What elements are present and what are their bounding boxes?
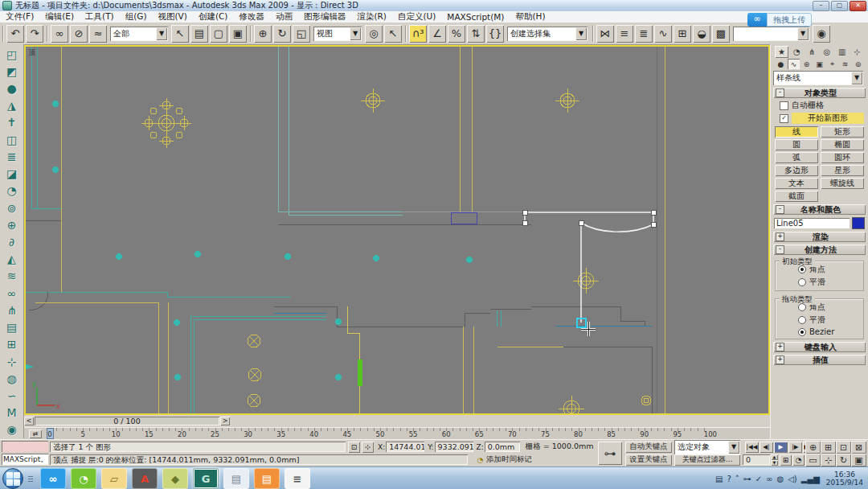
maximize-viewport-icon[interactable]: ▣ [851, 454, 866, 466]
collapse-icon[interactable]: - [776, 88, 784, 97]
cone-icon[interactable]: ◮ [2, 98, 22, 113]
initial-type-radio[interactable]: 平滑 [798, 277, 863, 288]
elbow-icon[interactable]: ◔ [2, 183, 22, 199]
security-check-icon[interactable]: ✓ [755, 475, 762, 483]
align-icon[interactable]: ≡ [616, 25, 633, 43]
menu-item[interactable]: 组(G) [120, 11, 153, 23]
rectangular-selection-icon[interactable]: ▢ [210, 25, 227, 43]
frame-spinner[interactable]: ▲▼ [771, 454, 778, 466]
notebook-app[interactable]: ▤ [254, 468, 280, 489]
file-explorer-app[interactable]: ▱ [101, 468, 127, 489]
object-type-button[interactable]: 线 [775, 126, 818, 138]
toggle-set-key-button[interactable]: ⊶ [598, 442, 622, 465]
subtab-spacewarps[interactable]: ≋ [839, 59, 851, 69]
menu-item[interactable]: 帮助(H) [510, 11, 551, 23]
360-browser-app[interactable]: ◔ [71, 468, 96, 489]
absolute-offset-toggle-icon[interactable]: ⊹ [362, 442, 374, 453]
taskbar-clock[interactable]: 16:36 2015/9/14 [826, 471, 863, 487]
maxscript-shirt-icon[interactable]: M [2, 405, 22, 421]
trackbar-mode-icon[interactable]: ⇄ [29, 429, 42, 438]
top-viewport[interactable]: 顶 [24, 45, 770, 415]
tab-utilities[interactable]: ⊹ [850, 46, 864, 58]
select-and-scale-icon[interactable]: ◱ [293, 25, 310, 43]
zoom-extents-all-icon[interactable]: ⊠ [851, 441, 866, 454]
collapse-icon[interactable]: - [776, 205, 784, 214]
chevron-down-icon[interactable]: ▼ [575, 27, 587, 40]
next-frame-button[interactable]: |▶ [788, 442, 802, 453]
time-slider-next[interactable]: > [220, 417, 230, 425]
collapse-icon[interactable]: - [776, 245, 784, 254]
select-and-manipulate-icon[interactable]: ↖ [384, 25, 402, 43]
tab-hierarchy[interactable]: ⋔ [805, 46, 819, 58]
knot-icon[interactable]: ∞ [2, 286, 22, 301]
baidu-cloud-icon[interactable]: ∞ [747, 13, 767, 27]
z-coordinate-field[interactable]: 0.0mm [485, 442, 520, 452]
book-icon[interactable]: ▤ [2, 320, 22, 335]
help-bubble-icon[interactable]: ? [727, 475, 731, 483]
chevron-down-icon[interactable]: ▼ [851, 72, 862, 84]
quick-render-icon[interactable]: ◉ [813, 25, 830, 43]
pivot-icon[interactable]: ⊕ [2, 217, 22, 232]
chevron-down-icon[interactable]: ▼ [728, 441, 739, 454]
percent-snap-icon[interactable]: % [448, 25, 465, 43]
subtab-systems[interactable]: ⊚ [852, 59, 864, 69]
notepad-app[interactable]: ▤ [223, 468, 249, 489]
subtab-lights[interactable]: ⊛ [800, 59, 813, 69]
capsule-icon[interactable]: ◪ [2, 166, 22, 182]
wheel-icon[interactable]: ◍ [2, 371, 22, 386]
snaps-toggle-icon[interactable]: ∩³ [409, 25, 427, 43]
waves-icon[interactable]: ≋ [2, 269, 22, 284]
object-type-button[interactable]: 星形 [821, 165, 864, 176]
menu-item[interactable]: 编辑(E) [39, 11, 80, 23]
autocad-app[interactable]: A [132, 468, 158, 489]
key-tray-icon[interactable]: ⊶ [743, 475, 751, 483]
menu-item[interactable]: 自定义(U) [392, 11, 441, 23]
object-type-button[interactable]: 弧 [775, 152, 818, 163]
window-crossing-icon[interactable]: ▣ [229, 25, 247, 43]
menu-item[interactable]: 创建(C) [193, 11, 234, 23]
tab-modify[interactable]: ◔ [790, 46, 804, 58]
selection-filter-dropdown[interactable]: 全部▼ [110, 27, 168, 41]
y-coordinate-field[interactable]: 9332.091m [435, 442, 473, 452]
reference-coordsys-dropdown[interactable]: 视图▼ [313, 27, 362, 41]
auto-key-button[interactable]: 自动关键点 [625, 442, 672, 453]
drag-type-radio[interactable]: 平滑 [798, 314, 863, 326]
sketchup-app[interactable]: ◆ [162, 468, 188, 489]
add-time-tag[interactable]: 添加时间标记 [486, 454, 532, 465]
current-frame-field[interactable]: 0 [743, 454, 770, 465]
subtab-cameras[interactable]: ▣ [813, 59, 825, 69]
shoe-icon[interactable]: ∽ [2, 388, 22, 403]
set-key-button[interactable]: 设置关键点 [625, 454, 672, 466]
chevron-down-icon[interactable]: ▼ [156, 27, 167, 40]
play-button[interactable]: ▶ [774, 442, 788, 453]
upload-label[interactable]: 拖拽上传 [767, 13, 812, 27]
x-coordinate-field[interactable]: 14744.011 [386, 442, 424, 452]
gear-icon[interactable]: ⊚ [2, 200, 22, 216]
rollout-name-color[interactable]: - 名称和颜色 [773, 204, 866, 215]
tab-display[interactable]: ▥ [835, 46, 849, 58]
object-type-button[interactable]: 圆 [775, 139, 818, 150]
spinner-snap-icon[interactable]: ⇅ [467, 25, 485, 43]
rollout-rendering[interactable]: + 渲染 [773, 232, 866, 242]
shirt-cloth-icon[interactable]: ◩ [2, 64, 22, 79]
time-configuration-icon[interactable]: ◔ [792, 454, 805, 466]
menu-item[interactable]: 图形编辑器 [298, 11, 352, 23]
bind-to-space-warp-icon[interactable]: ≈ [89, 25, 107, 43]
biped-icon[interactable]: ✝ [2, 115, 22, 130]
chevron-down-icon[interactable]: ▼ [350, 27, 361, 40]
object-type-button[interactable]: 文本 [775, 178, 818, 189]
menu-item[interactable]: 动画 [270, 11, 298, 23]
rollout-keyboard-entry[interactable]: + 键盘输入 [773, 342, 866, 352]
chair-icon[interactable]: ⊹ [2, 354, 22, 369]
hand-tool-icon[interactable]: ∂ [2, 234, 22, 249]
redo-icon[interactable]: ↷ [26, 25, 43, 43]
schematic-view-icon[interactable]: ⊞ [674, 25, 691, 43]
autogrid-checkbox[interactable] [780, 101, 788, 110]
menu-item[interactable]: 视图(V) [153, 11, 193, 23]
select-and-rotate-icon[interactable]: ↻ [273, 25, 291, 43]
object-type-button[interactable]: 矩形 [821, 126, 864, 138]
hidden-icons-chevron[interactable]: ˄ [735, 475, 739, 483]
object-name-input[interactable]: Line05 [774, 218, 850, 228]
baidu-cloud-app[interactable]: ∞ [40, 468, 66, 489]
signal-bars-icon[interactable]: ▂▄▆ [801, 475, 820, 483]
